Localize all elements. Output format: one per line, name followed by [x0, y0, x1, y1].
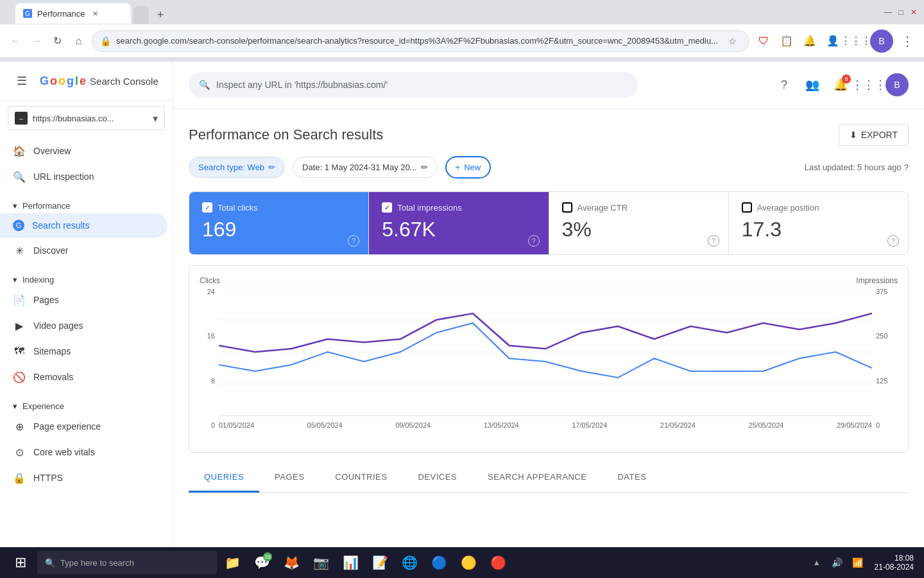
collapse-icon: ▾: [13, 201, 17, 211]
metric-total-impressions[interactable]: Total impressions 5.67K ?: [369, 192, 549, 254]
tab-dates[interactable]: DATES: [602, 463, 662, 493]
search-type-label: Search type: Web: [198, 162, 264, 172]
maximize-btn[interactable]: □: [896, 7, 906, 17]
star-btn[interactable]: ☆: [723, 32, 741, 50]
indexing-section-header[interactable]: ▾ Indexing: [0, 268, 173, 287]
apps-icon[interactable]: ⋮⋮⋮: [847, 32, 865, 50]
impressions-help-icon[interactable]: ?: [528, 235, 540, 247]
metric-total-clicks[interactable]: Total clicks 169 ?: [189, 192, 369, 254]
clicks-help-icon[interactable]: ?: [348, 235, 359, 247]
lock-icon: 🔒: [100, 36, 111, 46]
url-search-bar[interactable]: 🔍 Inspect any URL in 'https://bubnasias.…: [189, 72, 638, 98]
sys-tray-icon-3[interactable]: 📶: [849, 554, 867, 572]
removals-label: Removals: [33, 372, 73, 382]
metric-average-ctr[interactable]: Average CTR 3% ?: [549, 192, 729, 254]
tab-pages[interactable]: PAGES: [259, 463, 320, 493]
tab-countries[interactable]: COUNTRIES: [320, 463, 402, 493]
taskbar-clock[interactable]: 18:08 21-08-2024: [869, 554, 919, 572]
indexing-section-label: Indexing: [22, 275, 54, 285]
performance-section-header[interactable]: ▾ Performance: [0, 195, 173, 213]
google-g-icon: G: [13, 220, 24, 231]
help-btn[interactable]: ?: [773, 73, 796, 96]
experience-section-header[interactable]: ▾ Experience: [0, 395, 173, 414]
taskbar-edge[interactable]: 🔵: [425, 548, 453, 577]
profile-icon[interactable]: 👤: [824, 32, 842, 50]
taskbar-firefox[interactable]: 🦊: [277, 548, 305, 577]
chart-container: Clicks Impressions 24 16 8 0: [189, 265, 909, 453]
core-web-vitals-label: Core web vitals: [33, 447, 95, 457]
taskbar-whatsapp[interactable]: 💬 39: [248, 548, 276, 577]
sidebar-item-video-pages[interactable]: ▶ Video pages: [0, 313, 167, 338]
back-btn[interactable]: ←: [8, 31, 24, 51]
sidebar-item-core-web-vitals[interactable]: ⊙ Core web vitals: [0, 439, 167, 465]
taskbar-app-9[interactable]: 🟡: [454, 548, 483, 577]
new-tab[interactable]: [133, 6, 149, 24]
taskbar-word[interactable]: 📝: [366, 548, 394, 577]
search-type-filter[interactable]: Search type: Web ✏: [189, 157, 285, 178]
tab-queries[interactable]: QUERIES: [189, 463, 259, 493]
sys-tray-icon-2[interactable]: 🔊: [828, 554, 846, 572]
menu-btn[interactable]: ⋮: [898, 32, 916, 50]
ext-icon-2[interactable]: 📋: [778, 32, 796, 50]
home-btn[interactable]: ⌂: [71, 31, 87, 51]
position-help-icon[interactable]: ?: [887, 235, 899, 247]
google-logo: Google Search Console: [40, 74, 158, 88]
tab-close-btn[interactable]: ✕: [90, 8, 100, 19]
date-range-filter[interactable]: Date: 1 May 2024-31 May 20... ✏: [293, 157, 437, 178]
taskbar-apps: 📁 💬 39 🦊 📷 📊 📝 🌐 🔵 🟡 🔴: [218, 548, 807, 577]
impressions-checkbox[interactable]: [382, 202, 392, 213]
notifications-btn[interactable]: 🔔 8: [829, 73, 852, 96]
property-selector[interactable]: – https://bubnasias.co... ▾: [8, 106, 165, 130]
search-results-label: Search results: [32, 220, 89, 231]
sidebar-item-search-results[interactable]: G Search results: [0, 213, 167, 238]
active-tab[interactable]: G Performance ✕: [15, 3, 131, 24]
sidebar-item-discover[interactable]: ✳ Discover: [0, 238, 167, 263]
taskbar-file-explorer[interactable]: 📁: [218, 548, 246, 577]
reload-btn[interactable]: ↻: [50, 31, 66, 51]
app-container: ☰ Google Search Console – https://bubnas…: [0, 62, 924, 578]
sidebar-item-removals[interactable]: 🚫 Removals: [0, 364, 167, 390]
taskbar-search[interactable]: 🔍 Type here to search: [37, 551, 217, 574]
apps-grid-btn[interactable]: ⋮⋮⋮: [857, 73, 880, 96]
sidebar-item-page-experience[interactable]: ⊕ Page experience: [0, 414, 167, 439]
taskbar-photos[interactable]: 📷: [307, 548, 335, 577]
sidebar-item-https[interactable]: 🔒 HTTPS: [0, 465, 167, 491]
property-icon: –: [15, 112, 28, 125]
sidebar-item-overview[interactable]: 🏠 Overview: [0, 138, 167, 164]
taskbar-app-10[interactable]: 🔴: [484, 548, 512, 577]
sidebar-item-sitemaps[interactable]: 🗺 Sitemaps: [0, 338, 167, 364]
new-tab-btn[interactable]: +: [151, 6, 169, 24]
metric-average-position[interactable]: Average position 17.3 ?: [729, 192, 908, 254]
ctr-checkbox[interactable]: [562, 202, 572, 213]
content-area: Performance on Search results ⬇ EXPORT S…: [173, 109, 924, 509]
property-text: https://bubnasias.co...: [33, 114, 148, 123]
browser-avatar[interactable]: B: [870, 30, 893, 53]
tab-devices[interactable]: DEVICES: [402, 463, 472, 493]
address-bar[interactable]: 🔒 search.google.com/search-console/perfo…: [92, 30, 749, 52]
taskbar-chrome[interactable]: 🌐: [395, 548, 424, 577]
download-icon: ⬇: [850, 130, 857, 140]
sidebar-item-url-inspection[interactable]: 🔍 URL inspection: [0, 164, 167, 189]
ext-icon-3[interactable]: 🔔: [801, 32, 819, 50]
hamburger-btn[interactable]: ☰: [10, 69, 33, 92]
nav-bar: ← → ↻ ⌂ 🔒 search.google.com/search-conso…: [0, 24, 924, 58]
sidebar: ☰ Google Search Console – https://bubnas…: [0, 62, 173, 578]
manage-users-btn[interactable]: 👥: [801, 73, 824, 96]
ext-icon-1[interactable]: 🛡: [755, 32, 773, 50]
ctr-help-icon[interactable]: ?: [708, 235, 719, 247]
minimize-btn[interactable]: —: [883, 7, 893, 17]
new-filter-btn[interactable]: + New: [445, 156, 492, 179]
position-checkbox[interactable]: [742, 202, 752, 213]
sidebar-item-pages[interactable]: 📄 Pages: [0, 287, 167, 313]
taskbar-excel[interactable]: 📊: [336, 548, 364, 577]
tab-search-appearance[interactable]: SEARCH APPEARANCE: [472, 463, 602, 493]
export-btn[interactable]: ⬇ EXPORT: [839, 124, 909, 146]
sys-tray-icon-1[interactable]: ▲: [808, 554, 826, 572]
forward-btn[interactable]: →: [29, 31, 45, 51]
clicks-checkbox[interactable]: [202, 202, 212, 213]
start-btn[interactable]: ⊞: [5, 548, 36, 577]
close-btn[interactable]: ✕: [909, 7, 919, 17]
address-bar-icons: ☆: [723, 32, 741, 50]
browser-top-icons: 🛡 📋 🔔 👤 ⋮⋮⋮ B ⋮: [755, 30, 916, 53]
user-avatar[interactable]: B: [886, 73, 909, 96]
